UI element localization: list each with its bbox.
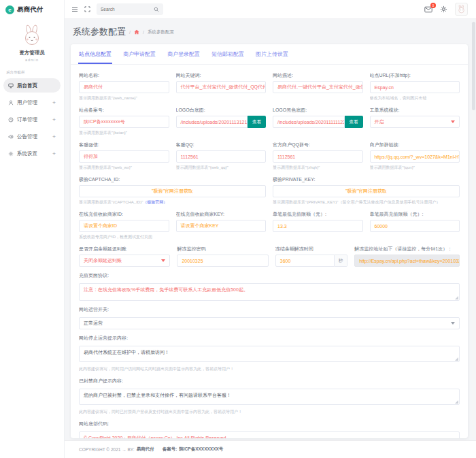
- sidebar-item-label: 系统设置: [17, 150, 37, 157]
- service-wechat-input[interactable]: 得得加: [79, 150, 169, 163]
- home-icon[interactable]: [134, 29, 139, 35]
- field-label: 站点备案号:: [79, 107, 169, 114]
- expand-indicator: +: [52, 150, 56, 157]
- website-name-input[interactable]: 易商代付: [79, 81, 169, 93]
- tab-image-upload[interactable]: 图片上传设置: [255, 44, 289, 64]
- ticket-module-select[interactable]: 开启: [370, 116, 460, 128]
- thaw-key-input[interactable]: 20010325: [177, 255, 268, 267]
- monitor-icon: [8, 83, 14, 88]
- geetest-link[interactable]: （极验官网）: [143, 200, 167, 204]
- pay-merchant-id-input[interactable]: 请设置个商家ID: [79, 220, 169, 232]
- delay-switch-select[interactable]: 关闭余额延迟到账: [79, 255, 170, 267]
- recharge-agreement-textarea[interactable]: 注意：在线充值将收取%手续费用，免手续费可联系人工充款最低充值500起。: [79, 283, 460, 301]
- site-url-input[interactable]: Espay.cn: [370, 81, 460, 93]
- field-helper: 此内容建议填写，同时用户访问网站关闭时跳出页面中提示内容为此，容易误导用户！: [79, 366, 460, 372]
- stop-notice-textarea[interactable]: 易商代付系统正在维护中，请稍后访问！: [79, 346, 460, 362]
- field-helper: 系统收款专用商户ID，检查测试支付页面: [79, 234, 169, 240]
- thaw-time-input[interactable]: 3600: [275, 255, 335, 267]
- menu-toggle-button[interactable]: [71, 6, 78, 13]
- topbar: 0: [65, 0, 476, 19]
- search-input[interactable]: [101, 7, 151, 12]
- field-label: 网站运营开关:: [79, 306, 460, 313]
- footer-code-textarea[interactable]: © CopyRight 2020 · 易商代付（espay.Cn） Inc.Al…: [79, 431, 460, 438]
- fullscreen-icon: [84, 6, 90, 12]
- sidebar-item-orders[interactable]: 订单管理 +: [3, 112, 61, 127]
- beian-input[interactable]: 陕ICP备xxxxxxxx号: [79, 116, 169, 128]
- tab-site-info[interactable]: 站点信息配置: [78, 44, 112, 64]
- field-helper: 显示调用数据库表"{qun}": [370, 165, 460, 171]
- page-footer: COPYRIGHT © 2021 → BY: 易商代付 备案号: 陕ICP备XX…: [65, 440, 476, 458]
- sidebar-item-users[interactable]: 用户管理 +: [3, 95, 61, 110]
- settings-button[interactable]: [440, 5, 447, 13]
- chevron-down-icon: [451, 322, 455, 325]
- breadcrumb: 系统参数配置 / / 系统参数配置: [73, 26, 468, 38]
- field-helper: 此内容建议填写，同时已封禁商户登录及支付时跳出页面中提示内容为此，容易误导用户！: [79, 409, 460, 415]
- field-helper: 显示调用数据库表"{web_wx}": [79, 165, 169, 171]
- brand-name: 易商代付: [17, 5, 43, 14]
- field-label: 商户加群链接:: [370, 142, 460, 148]
- scrollbar-thumb[interactable]: [472, 22, 475, 110]
- tab-merchant-login[interactable]: 商户登录配置: [167, 44, 201, 64]
- avatar-icon: [456, 5, 466, 14]
- field-label: 站点URL(不加http):: [370, 72, 460, 79]
- messages-button[interactable]: 0: [424, 6, 432, 13]
- captcha-id-input[interactable]: "极验"官网注册获取: [79, 185, 266, 197]
- field-helper: 显示调用数据库表"{web_qq}": [176, 165, 267, 171]
- view-logo-white-button[interactable]: 查看: [248, 116, 266, 128]
- footer-beian-label: 备案号:: [163, 446, 177, 453]
- field-helper: 显示调用数据库表"{web_name}": [79, 95, 169, 101]
- scrollbar[interactable]: [472, 22, 475, 438]
- sidebar-item-settings[interactable]: 系统设置 +: [3, 146, 61, 161]
- sidebar-item-announcements[interactable]: 公告管理 +: [3, 129, 61, 144]
- field-label: 在线充值收款商家KEY:: [176, 211, 267, 218]
- max-recharge-input[interactable]: 60000: [370, 220, 460, 232]
- topbar-avatar[interactable]: [455, 3, 468, 16]
- select-value: 关闭余额延迟到账: [84, 257, 122, 264]
- message-count-badge: 0: [430, 3, 436, 8]
- footer-brand: 易商代付: [137, 446, 154, 453]
- logo-black-input[interactable]: /includes/uploads/20201111112331754.p: [273, 116, 345, 128]
- qq-group-input[interactable]: 1112561: [273, 150, 363, 163]
- field-helper: 显示调用数据库表"{zhqh}": [273, 165, 363, 171]
- private-key-input[interactable]: "极验"官网注册获取: [273, 185, 460, 197]
- sidebar-item-dashboard[interactable]: 后台首页: [3, 78, 61, 93]
- app-window: e 易商代付 资方管理员 admin: [0, 0, 476, 458]
- tab-sms-email[interactable]: 短信邮箱配置: [211, 44, 245, 64]
- chevron-down-icon: [451, 120, 455, 123]
- view-logo-black-button[interactable]: 查看: [345, 116, 363, 128]
- logo-white-input[interactable]: /includes/uploads/20201113121203422.p: [176, 116, 248, 128]
- clock-icon: [8, 117, 14, 122]
- speaker-icon: [8, 134, 14, 140]
- ban-notice-textarea[interactable]: 您的商户已被封禁，已禁止登录和支付操作，有问题请联系平台客服！: [79, 389, 460, 405]
- description-input[interactable]: 易商代付,一键代付平台_支付宝代付_微信代付_QQ代: [273, 81, 363, 93]
- group-link-input[interactable]: https://jq.qq.com/?_wv=1027&k=M1nl-HTO: [370, 150, 460, 163]
- field-label: 解冻监控地址如下（请挂监控，每分钟1次）：: [354, 246, 460, 252]
- field-label: 单笔最低充值限额（元）:: [273, 211, 363, 218]
- pay-merchant-key-input[interactable]: 请设置个商家KEY: [176, 220, 267, 232]
- field-label: LOGO白底图:: [176, 107, 267, 114]
- field-label: 客服QQ:: [176, 142, 267, 148]
- helper-text: 显示调用数据库表"{CAPTCHA_ID}": [79, 200, 143, 204]
- field-helper: 显示调用数据库表"{CAPTCHA_ID}"（极验官网）: [79, 199, 266, 206]
- expand-indicator: +: [52, 116, 56, 123]
- breadcrumb-current: 系统参数配置: [148, 29, 174, 35]
- field-label: 网站停止运营提示内容:: [79, 335, 460, 342]
- site-switch-select[interactable]: 正常运营: [79, 317, 460, 329]
- min-recharge-input[interactable]: 13.3: [273, 220, 363, 232]
- footer-beian-number: 陕ICP备XXXXXXXX号: [179, 446, 223, 453]
- keywords-input[interactable]: 代付平台_支付宝代付_微信代付_QQ代付 - Espay.cn: [176, 81, 267, 93]
- search-box: [97, 3, 163, 15]
- brand[interactable]: e 易商代付: [0, 0, 64, 19]
- tab-merchant-apply[interactable]: 商户申请配置: [122, 44, 156, 64]
- search-icon[interactable]: [154, 7, 159, 12]
- field-label: 充值页面协议:: [79, 272, 460, 279]
- field-label: 客服微信:: [79, 142, 169, 148]
- field-label: LOGO黑色底图:: [273, 107, 363, 114]
- settings-card: 站点信息配置 商户申请配置 商户登录配置 短信邮箱配置 图片上传设置 网站名称:…: [71, 44, 468, 438]
- seconds-addon: 秒: [335, 255, 348, 267]
- user-name: 资方管理员: [19, 50, 45, 56]
- service-qq-input[interactable]: 1112561: [176, 150, 267, 163]
- fullscreen-button[interactable]: [84, 6, 90, 12]
- field-helper: 修改为本站域名，否则图片出错: [370, 95, 460, 101]
- nav-section-label: 后台导航栏: [0, 62, 64, 78]
